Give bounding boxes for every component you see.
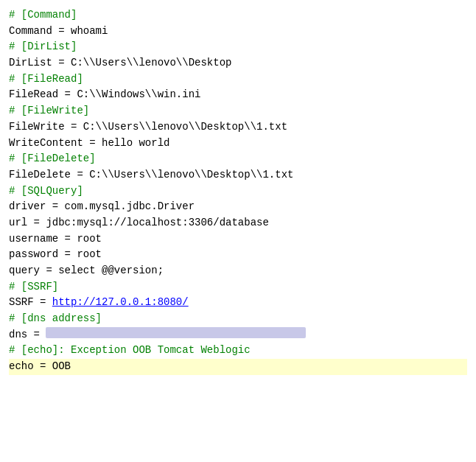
line-18: # [SSRF] — [9, 279, 467, 295]
code-editor: # [Command] Command = whoami # [DirList]… — [0, 0, 476, 462]
filewrite-value: FileWrite = C:\\Users\\lenovo\\Desktop\\… — [9, 119, 287, 136]
fileread-value: FileRead = C:\\Windows\\win.ini — [9, 87, 200, 103]
line-23: echo = OOB — [9, 359, 467, 375]
line-6: FileRead = C:\\Windows\\win.ini — [9, 87, 467, 103]
query-value: query = select @@version; — [9, 263, 164, 279]
line-14: url = jdbc:mysql://localhost:3306/databa… — [9, 215, 467, 231]
line-17: query = select @@version; — [9, 263, 467, 279]
command-value: Command = whoami — [9, 24, 108, 40]
line-15: username = root — [9, 231, 467, 248]
dns-blurred-value — [46, 327, 306, 338]
line-12: # [SQLQuery] — [9, 183, 467, 200]
line-4: DirList = C:\\Users\\lenovo\\Desktop — [9, 55, 467, 71]
filedelete-value: FileDelete = C:\\Users\\lenovo\\Desktop\… — [9, 167, 293, 183]
comment-echo: # [echo]: Exception OOB Tomcat Weblogic — [9, 343, 251, 359]
line-8: FileWrite = C:\\Users\\lenovo\\Desktop\\… — [9, 119, 467, 136]
url-value: url = jdbc:mysql://localhost:3306/databa… — [9, 215, 269, 231]
line-13: driver = com.mysql.jdbc.Driver — [9, 199, 467, 215]
dirlist-value: DirList = C:\\Users\\lenovo\\Desktop — [9, 55, 231, 71]
line-22: # [echo]: Exception OOB Tomcat Weblogic — [9, 343, 467, 359]
password-value: password = root — [9, 247, 102, 263]
line-9: WriteContent = hello world — [9, 136, 467, 152]
line-19: SSRF = http://127.0.0.1:8080/ — [9, 295, 467, 311]
comment-sqlquery: # [SQLQuery] — [9, 183, 83, 200]
dns-key: dns = — [9, 327, 46, 343]
ssrf-link[interactable]: http://127.0.0.1:8080/ — [52, 295, 189, 311]
comment-ssrf: # [SSRF] — [9, 279, 58, 295]
echo-value: echo = OOB — [9, 359, 71, 375]
comment-fileread: # [FileRead] — [9, 71, 83, 88]
username-value: username = root — [9, 231, 102, 248]
line-1: # [Command] — [9, 7, 467, 24]
driver-value: driver = com.mysql.jdbc.Driver — [9, 199, 195, 215]
comment-filewrite: # [FileWrite] — [9, 103, 89, 119]
comment-command: # [Command] — [9, 7, 77, 24]
line-21: dns = — [9, 327, 467, 343]
comment-filedelete: # [FileDelete] — [9, 151, 96, 167]
line-11: FileDelete = C:\\Users\\lenovo\\Desktop\… — [9, 167, 467, 183]
writecontent-value: WriteContent = hello world — [9, 136, 169, 152]
comment-dirlist: # [DirList] — [9, 39, 77, 55]
comment-dns: # [dns address] — [9, 311, 102, 327]
line-10: # [FileDelete] — [9, 151, 467, 167]
ssrf-key: SSRF = — [9, 295, 52, 311]
line-3: # [DirList] — [9, 39, 467, 55]
line-7: # [FileWrite] — [9, 103, 467, 119]
line-20: # [dns address] — [9, 311, 467, 327]
line-2: Command = whoami — [9, 24, 467, 40]
line-16: password = root — [9, 247, 467, 263]
line-5: # [FileRead] — [9, 71, 467, 88]
